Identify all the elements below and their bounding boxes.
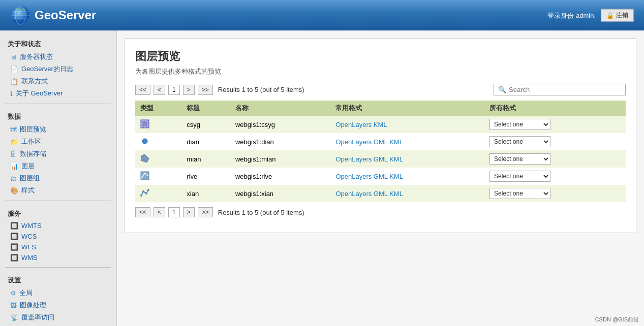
search-input[interactable]	[509, 86, 621, 93]
cell-title: dian	[181, 133, 230, 150]
format-link-gml[interactable]: GML	[374, 155, 388, 163]
svg-marker-8	[141, 154, 149, 162]
table-row: xianwebgis1:xianOpenLayers GML KMLSelect…	[135, 185, 626, 202]
format-link-gml[interactable]: GML	[374, 173, 388, 180]
datastore-icon: 🗄	[10, 150, 17, 158]
preview-icon: 🗺	[10, 126, 17, 134]
coverage-icon: 📡	[10, 314, 18, 321]
first-page-button-bottom[interactable]: <<	[135, 207, 150, 217]
style-icon: 🎨	[10, 187, 18, 194]
layergroup-icon: 🗂	[10, 175, 17, 182]
format-link-kml[interactable]: KML	[389, 155, 403, 163]
format-link-openlayers[interactable]: OpenLayers	[335, 138, 372, 146]
header: GeoServer 登录身份 admin. 🔓 注销	[0, 0, 644, 30]
log-icon: 📄	[10, 66, 18, 73]
table-row: csygwebgis1:csygOpenLayers KMLSelect one	[135, 116, 626, 133]
sidebar-item-about[interactable]: ℹ 关于 GeoServer	[0, 87, 116, 100]
result-count-top: Results 1 to 5 (out of 5 items)	[218, 86, 304, 93]
col-formats: 常用格式	[330, 101, 484, 116]
sidebar-item-wms[interactable]: 🔲 WMS	[0, 252, 116, 263]
top-toolbar: << < 1 > >> Results 1 to 5 (out of 5 ite…	[135, 84, 626, 95]
format-link-openlayers[interactable]: OpenLayers	[335, 155, 372, 163]
sidebar-item-wcs[interactable]: 🔲 WCS	[0, 231, 116, 242]
page-title: 图层预览	[135, 49, 626, 64]
server-icon: 🖥	[10, 53, 17, 61]
sidebar-item-wmts[interactable]: 🔲 WMTS	[0, 220, 116, 231]
sidebar-section-settings: 设置	[0, 272, 116, 287]
sidebar-item-layergroup[interactable]: 🗂 图层组	[0, 172, 116, 184]
current-page-top: 1	[168, 85, 180, 95]
cell-title: xian	[181, 185, 230, 202]
cell-type	[135, 185, 181, 202]
svg-point-14	[145, 192, 147, 194]
format-select-4[interactable]: Select one	[489, 188, 550, 199]
sidebar-item-log[interactable]: 📄 GeoServer的日志	[0, 63, 116, 75]
cell-formats: OpenLayers GML KML	[330, 133, 484, 150]
sidebar-item-datastore[interactable]: 🗄 数据存储	[0, 148, 116, 160]
last-page-button-top[interactable]: >>	[198, 85, 213, 95]
cell-name: webgis1:mian	[230, 150, 330, 168]
next-page-button-top[interactable]: >	[183, 85, 195, 95]
sidebar-item-wfs[interactable]: 🔲 WFS	[0, 242, 116, 252]
sidebar-item-layer[interactable]: 📊 图层	[0, 160, 116, 172]
sidebar-item-style[interactable]: 🎨 样式	[0, 184, 116, 197]
cell-name: webgis1:rive	[230, 168, 330, 185]
col-name: 名称	[230, 101, 330, 116]
format-link-openlayers[interactable]: OpenLayers	[335, 173, 372, 180]
format-select-1[interactable]: Select one	[489, 136, 550, 147]
table-row: rivewebgis1:riveOpenLayers GML KMLSelect…	[135, 168, 626, 185]
cell-type	[135, 150, 181, 168]
format-link-kml[interactable]: KML	[389, 190, 403, 198]
cell-formats: OpenLayers KML	[330, 116, 484, 133]
prev-page-button-top[interactable]: <	[154, 85, 165, 95]
cell-name: webgis1:dian	[230, 133, 330, 150]
sidebar-item-global[interactable]: ⚙ 全局	[0, 287, 116, 299]
cell-all-formats[interactable]: Select one	[484, 185, 626, 202]
format-link-gml[interactable]: GML	[374, 190, 388, 198]
cell-all-formats[interactable]: Select one	[484, 168, 626, 185]
cell-all-formats[interactable]: Select one	[484, 133, 626, 150]
svg-point-12	[140, 194, 142, 197]
svg-point-15	[147, 189, 149, 191]
sidebar-item-contact[interactable]: 📋 联系方式	[0, 75, 116, 87]
format-link-openlayers[interactable]: OpenLayers	[335, 190, 372, 198]
sidebar-item-workspace[interactable]: 📁 工作区	[0, 136, 116, 148]
first-page-button-top[interactable]: <<	[135, 85, 150, 95]
format-select-3[interactable]: Select one	[489, 171, 550, 182]
search-icon: 🔍	[498, 86, 506, 93]
format-link-kml[interactable]: KML	[389, 138, 403, 146]
cell-title: mian	[181, 150, 230, 168]
logout-button[interactable]: 🔓 注销	[601, 9, 634, 22]
cell-all-formats[interactable]: Select one	[484, 150, 626, 168]
next-page-button-bottom[interactable]: >	[183, 207, 195, 217]
format-select-2[interactable]: Select one	[489, 153, 550, 165]
sidebar-item-image[interactable]: 🖼 图像处理	[0, 299, 116, 311]
contact-icon: 📋	[10, 78, 18, 85]
sidebar-divider-3	[5, 267, 111, 268]
sidebar-item-preview[interactable]: 🗺 图层预览	[0, 123, 116, 136]
format-link-kml[interactable]: KML	[374, 121, 387, 128]
sidebar-item-server-status[interactable]: 🖥 服务器状态	[0, 51, 116, 63]
format-link-openlayers[interactable]: OpenLayers	[335, 121, 372, 128]
svg-point-13	[142, 190, 144, 192]
format-select-0[interactable]: Select one	[489, 119, 550, 130]
col-title: 标题	[181, 101, 230, 116]
format-link-kml[interactable]: KML	[389, 173, 403, 180]
user-label: 登录身份 admin.	[547, 11, 596, 20]
global-icon: ⚙	[10, 289, 16, 297]
cell-all-formats[interactable]: Select one	[484, 116, 626, 133]
last-page-button-bottom[interactable]: >>	[198, 207, 213, 217]
sidebar-item-coverage[interactable]: 📡 覆盖率访问	[0, 311, 116, 323]
svg-point-7	[142, 139, 147, 144]
cell-name: webgis1:csyg	[230, 116, 330, 133]
logo-globe-icon	[10, 5, 30, 25]
prev-page-button-bottom[interactable]: <	[154, 207, 165, 217]
table-row: mianwebgis1:mianOpenLayers GML KMLSelect…	[135, 150, 626, 168]
sidebar: 关于和状态 🖥 服务器状态 📄 GeoServer的日志 📋 联系方式 ℹ 关于…	[0, 30, 117, 326]
bottom-toolbar: << < 1 > >> Results 1 to 5 (out of 5 ite…	[135, 207, 626, 217]
search-box[interactable]: 🔍	[494, 84, 626, 95]
format-link-gml[interactable]: GML	[374, 138, 388, 146]
cell-type	[135, 133, 181, 150]
sidebar-section-data: 数据	[0, 108, 116, 123]
workspace-icon: 📁	[10, 138, 18, 146]
